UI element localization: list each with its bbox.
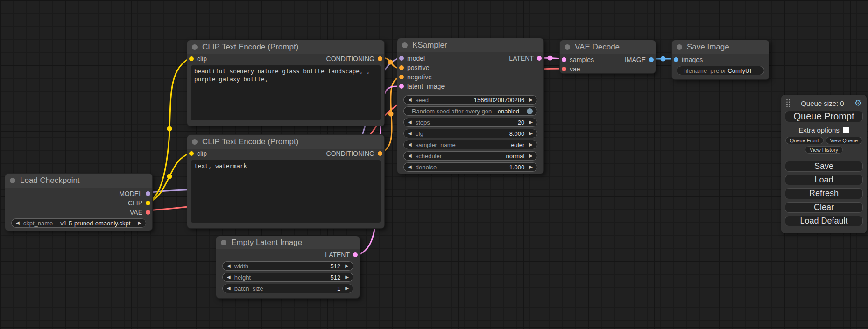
comfyui-canvas[interactable]: { "slot_colors": { "model": "#b39ddb", "… bbox=[0, 0, 868, 329]
increment-arrow-icon[interactable]: ▶ bbox=[345, 286, 349, 291]
decrement-arrow-icon[interactable]: ◀ bbox=[408, 165, 412, 169]
widget-cfg[interactable]: ◀ cfg 8.000 ▶ bbox=[403, 129, 537, 138]
increment-arrow-icon[interactable]: ▶ bbox=[529, 98, 533, 102]
positive-prompt-textarea[interactable]: beautiful scenery nature glass bottle la… bbox=[191, 65, 381, 120]
prev-value-arrow-icon[interactable]: ◀ bbox=[408, 154, 412, 158]
input-port-images[interactable] bbox=[674, 57, 678, 62]
input-port-positive[interactable] bbox=[399, 65, 404, 70]
node-empty-latent-image[interactable]: Empty Latent Image LATENT ◀ width 512 ▶ … bbox=[216, 236, 360, 299]
input-slot-clip[interactable]: clip bbox=[187, 150, 207, 157]
link-dot-latent-samples[interactable] bbox=[548, 56, 553, 61]
input-slot-negative[interactable]: negative bbox=[397, 73, 432, 81]
node-vae-decode[interactable]: VAE Decode samples IMAGE vae bbox=[559, 40, 656, 74]
output-slot-vae[interactable]: VAE bbox=[130, 209, 152, 216]
settings-gear-icon[interactable]: ⚙ bbox=[854, 99, 862, 107]
negative-prompt-textarea[interactable]: text, watermark bbox=[191, 160, 381, 223]
decrement-arrow-icon[interactable]: ◀ bbox=[227, 264, 231, 268]
node-clip-text-encode-positive[interactable]: CLIP Text Encode (Prompt) clip CONDITION… bbox=[187, 40, 385, 126]
widget-random-seed-toggle[interactable]: Random seed after every gen enabled bbox=[403, 106, 537, 116]
node-clip-text-encode-negative[interactable]: CLIP Text Encode (Prompt) clip CONDITION… bbox=[187, 134, 385, 229]
widget-height[interactable]: ◀ height 512 ▶ bbox=[222, 273, 353, 282]
save-button[interactable]: Save bbox=[785, 161, 863, 172]
widget-filename-prefix[interactable]: filename_prefix ComfyUI bbox=[677, 66, 764, 75]
node-collapse-dot[interactable] bbox=[565, 44, 570, 50]
input-port-vae[interactable] bbox=[562, 67, 566, 71]
next-value-arrow-icon[interactable]: ▶ bbox=[529, 142, 533, 147]
link-dot-clip-positive[interactable] bbox=[167, 126, 172, 132]
node-collapse-dot[interactable] bbox=[677, 44, 682, 50]
output-port-latent[interactable] bbox=[353, 252, 358, 257]
queue-prompt-button[interactable]: Queue Prompt bbox=[785, 111, 863, 122]
extra-options-checkbox[interactable] bbox=[843, 127, 849, 133]
decrement-arrow-icon[interactable]: ◀ bbox=[408, 120, 412, 125]
link-dot-clip-negative[interactable] bbox=[167, 174, 172, 179]
decrement-arrow-icon[interactable]: ◀ bbox=[408, 98, 412, 102]
increment-arrow-icon[interactable]: ▶ bbox=[529, 120, 533, 125]
node-collapse-dot[interactable] bbox=[192, 44, 198, 50]
widget-seed[interactable]: ◀ seed 156680208700286 ▶ bbox=[403, 95, 537, 105]
output-port-conditioning[interactable] bbox=[378, 56, 382, 61]
output-slot-conditioning[interactable]: CONDITIONING bbox=[326, 55, 384, 63]
input-port-clip[interactable] bbox=[189, 56, 194, 61]
node-titlebar[interactable]: VAE Decode bbox=[560, 40, 656, 54]
decrement-arrow-icon[interactable]: ◀ bbox=[408, 131, 412, 136]
widget-width[interactable]: ◀ width 512 ▶ bbox=[222, 261, 353, 271]
input-port-latent-image[interactable] bbox=[399, 84, 404, 89]
input-port-clip[interactable] bbox=[189, 151, 194, 156]
output-port-image[interactable] bbox=[649, 57, 654, 62]
output-port-clip[interactable] bbox=[146, 201, 150, 205]
node-collapse-dot[interactable] bbox=[402, 42, 408, 48]
decrement-arrow-icon[interactable]: ◀ bbox=[227, 286, 231, 291]
output-slot-conditioning[interactable]: CONDITIONING bbox=[326, 150, 384, 157]
input-slot-latent-image[interactable]: latent_image bbox=[397, 83, 445, 90]
output-slot-clip[interactable]: CLIP bbox=[128, 199, 152, 207]
link-dot-conditioning-positive[interactable] bbox=[388, 60, 393, 65]
increment-arrow-icon[interactable]: ▶ bbox=[345, 275, 349, 280]
load-default-button[interactable]: Load Default bbox=[785, 216, 863, 226]
view-queue-button[interactable]: View Queue bbox=[826, 137, 863, 144]
increment-arrow-icon[interactable]: ▶ bbox=[529, 165, 533, 169]
link-dot-image[interactable] bbox=[661, 56, 666, 62]
input-slot-positive[interactable]: positive bbox=[397, 64, 429, 71]
node-collapse-dot[interactable] bbox=[221, 240, 226, 245]
prev-value-arrow-icon[interactable]: ◀ bbox=[16, 221, 20, 225]
output-port-vae[interactable] bbox=[146, 210, 150, 215]
node-save-image[interactable]: Save Image images filename_prefix ComfyU… bbox=[671, 40, 769, 80]
output-slot-image[interactable]: IMAGE bbox=[625, 56, 656, 63]
widget-sampler-name[interactable]: ◀ sampler_name euler ▶ bbox=[403, 140, 537, 149]
decrement-arrow-icon[interactable]: ◀ bbox=[227, 275, 231, 280]
prev-value-arrow-icon[interactable]: ◀ bbox=[408, 142, 412, 147]
widget-batch-size[interactable]: ◀ batch_size 1 ▶ bbox=[222, 284, 353, 293]
node-collapse-dot[interactable] bbox=[192, 139, 198, 145]
next-value-arrow-icon[interactable]: ▶ bbox=[529, 154, 533, 158]
input-port-samples[interactable] bbox=[562, 57, 566, 62]
drag-handle-icon[interactable] bbox=[786, 99, 790, 107]
output-port-model[interactable] bbox=[146, 191, 150, 196]
node-collapse-dot[interactable] bbox=[10, 178, 15, 183]
link-dot-conditioning-negative[interactable] bbox=[388, 112, 394, 117]
node-titlebar[interactable]: KSampler bbox=[397, 38, 543, 52]
output-slot-latent[interactable]: LATENT bbox=[509, 55, 543, 62]
output-slot-model[interactable]: MODEL bbox=[119, 190, 152, 197]
increment-arrow-icon[interactable]: ▶ bbox=[345, 264, 349, 268]
output-slot-latent[interactable]: LATENT bbox=[325, 251, 360, 259]
input-slot-images[interactable]: images bbox=[672, 56, 703, 63]
input-port-negative[interactable] bbox=[399, 75, 404, 79]
input-slot-clip[interactable]: clip bbox=[187, 55, 207, 63]
increment-arrow-icon[interactable]: ▶ bbox=[529, 131, 533, 136]
clear-button[interactable]: Clear bbox=[785, 202, 863, 213]
view-history-button[interactable]: View History bbox=[805, 146, 843, 154]
load-button[interactable]: Load bbox=[785, 175, 863, 185]
widget-ckpt-name[interactable]: ◀ ckpt_name v1-5-pruned-emaonly.ckpt ▶ bbox=[11, 218, 146, 228]
input-port-model[interactable] bbox=[399, 56, 404, 61]
widget-steps[interactable]: ◀ steps 20 ▶ bbox=[403, 118, 537, 127]
node-titlebar[interactable]: CLIP Text Encode (Prompt) bbox=[187, 135, 384, 149]
queue-front-button[interactable]: Queue Front bbox=[785, 137, 824, 144]
input-slot-samples[interactable]: samples bbox=[560, 56, 594, 63]
refresh-button[interactable]: Refresh bbox=[785, 188, 863, 199]
input-slot-vae[interactable]: vae bbox=[560, 65, 580, 73]
widget-scheduler[interactable]: ◀ scheduler normal ▶ bbox=[403, 151, 537, 161]
node-titlebar[interactable]: CLIP Text Encode (Prompt) bbox=[187, 40, 384, 54]
output-port-latent[interactable] bbox=[537, 56, 542, 61]
next-value-arrow-icon[interactable]: ▶ bbox=[138, 221, 141, 225]
